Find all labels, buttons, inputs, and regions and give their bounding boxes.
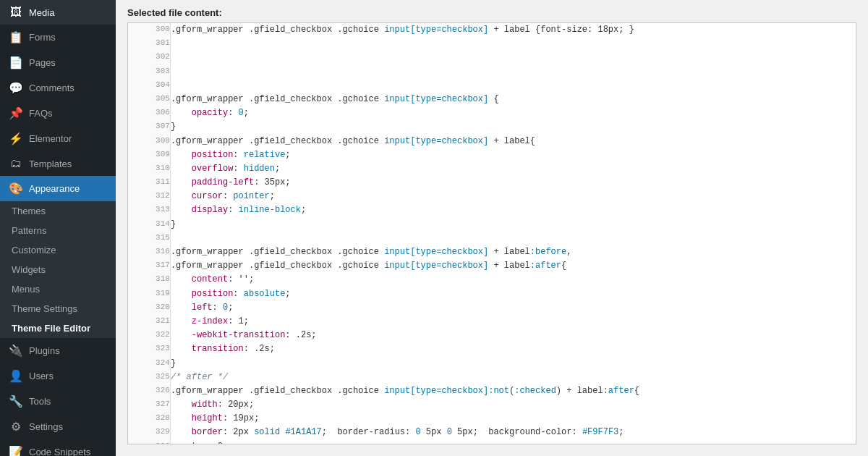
table-row: 302	[128, 51, 856, 64]
forms-icon: 📋	[9, 30, 23, 44]
line-content	[170, 37, 856, 51]
sidebar-item-pages[interactable]: 📄 Pages	[0, 50, 116, 75]
line-content	[170, 51, 856, 64]
sidebar-item-faqs[interactable]: 📌 FAQs	[0, 101, 116, 126]
table-row: 322 -webkit-transition: .2s;	[128, 329, 856, 342]
line-content: .gform_wrapper .gfield_checkbox .gchoice…	[170, 259, 856, 273]
table-row: 300.gform_wrapper .gfield_checkbox .gcho…	[128, 23, 856, 37]
submenu-item-theme-settings[interactable]: Theme Settings	[0, 299, 116, 318]
line-content: .gform_wrapper .gfield_checkbox .gchoice…	[170, 23, 856, 37]
tools-icon: 🔧	[9, 394, 23, 408]
table-row: 325/* after */	[128, 371, 856, 384]
code-editor[interactable]: 300.gform_wrapper .gfield_checkbox .gcho…	[127, 22, 856, 444]
line-content: position: relative;	[170, 148, 856, 162]
line-content: width: 20px;	[170, 398, 856, 412]
appearance-submenu: Themes Patterns Customize Widgets Menus …	[0, 201, 116, 338]
content-header: Selected file content:	[116, 0, 868, 22]
line-content: transition: .2s;	[170, 342, 856, 356]
line-content	[170, 79, 856, 93]
table-row: 330 top: 0px;	[128, 440, 856, 444]
line-content: opacity: 0;	[170, 106, 856, 120]
sidebar-label-media: Media	[29, 7, 54, 18]
submenu-item-customize[interactable]: Customize	[0, 240, 116, 260]
table-row: 307}	[128, 120, 856, 134]
table-row: 303	[128, 65, 856, 79]
users-icon: 👤	[9, 369, 23, 383]
line-content: position: absolute;	[170, 287, 856, 301]
settings-icon: ⚙	[9, 420, 23, 434]
line-number: 326	[128, 384, 170, 398]
sidebar-item-users[interactable]: 👤 Users	[0, 363, 116, 389]
line-content: .gform_wrapper .gfield_checkbox .gchoice…	[170, 93, 856, 106]
line-content: overflow: hidden;	[170, 162, 856, 176]
code-table: 300.gform_wrapper .gfield_checkbox .gcho…	[128, 23, 856, 444]
code-snippets-icon: 📝	[9, 445, 23, 456]
table-row: 318 content: '';	[128, 273, 856, 287]
selected-file-label: Selected file content:	[127, 7, 222, 18]
line-content: }	[170, 357, 856, 371]
sidebar-item-forms[interactable]: 📋 Forms	[0, 25, 116, 50]
sidebar-item-appearance[interactable]: 🎨 Appearance	[0, 176, 116, 201]
table-row: 324}	[128, 357, 856, 371]
table-row: 309 position: relative;	[128, 148, 856, 162]
sidebar-label-tools: Tools	[29, 396, 51, 407]
line-number: 321	[128, 315, 170, 329]
line-number: 328	[128, 412, 170, 426]
sidebar-item-settings[interactable]: ⚙ Settings	[0, 414, 116, 439]
sidebar-label-comments: Comments	[29, 83, 75, 93]
line-number: 310	[128, 162, 170, 176]
submenu-item-menus[interactable]: Menus	[0, 279, 116, 299]
line-content: cursor: pointer;	[170, 190, 856, 203]
table-row: 304	[128, 79, 856, 93]
line-number: 311	[128, 176, 170, 190]
line-content: content: '';	[170, 273, 856, 287]
line-number: 316	[128, 245, 170, 259]
table-row: 301	[128, 37, 856, 51]
sidebar-label-code-snippets: Code Snippets	[29, 447, 90, 456]
table-row: 320 left: 0;	[128, 301, 856, 315]
line-number: 309	[128, 148, 170, 162]
line-number: 330	[128, 440, 170, 444]
table-row: 328 height: 19px;	[128, 412, 856, 426]
line-content	[170, 232, 856, 245]
line-number: 300	[128, 23, 170, 37]
sidebar-item-comments[interactable]: 💬 Comments	[0, 75, 116, 101]
line-number: 322	[128, 329, 170, 342]
table-row: 310 overflow: hidden;	[128, 162, 856, 176]
faqs-icon: 📌	[9, 106, 23, 120]
sidebar-label-appearance: Appearance	[29, 183, 80, 194]
sidebar-item-code-snippets[interactable]: 📝 Code Snippets	[0, 439, 116, 456]
line-number: 325	[128, 371, 170, 384]
submenu-item-widgets[interactable]: Widgets	[0, 260, 116, 279]
sidebar-label-forms: Forms	[29, 32, 56, 43]
line-content: -webkit-transition: .2s;	[170, 329, 856, 342]
submenu-item-themes[interactable]: Themes	[0, 201, 116, 221]
line-number: 306	[128, 106, 170, 120]
appearance-icon: 🎨	[9, 182, 23, 195]
sidebar-item-plugins[interactable]: 🔌 Plugins	[0, 338, 116, 363]
line-number: 313	[128, 203, 170, 217]
line-content: }	[170, 120, 856, 134]
pages-icon: 📄	[9, 56, 23, 69]
line-number: 307	[128, 120, 170, 134]
table-row: 316.gform_wrapper .gfield_checkbox .gcho…	[128, 245, 856, 259]
sidebar-item-media[interactable]: 🖼 Media	[0, 0, 116, 25]
sidebar-label-plugins: Plugins	[29, 345, 60, 356]
plugins-icon: 🔌	[9, 344, 23, 358]
line-number: 308	[128, 135, 170, 148]
line-content: .gform_wrapper .gfield_checkbox .gchoice…	[170, 384, 856, 398]
line-number: 317	[128, 259, 170, 273]
line-number: 301	[128, 37, 170, 51]
submenu-item-theme-file-editor[interactable]: Theme File Editor	[0, 318, 116, 338]
line-content: z-index: 1;	[170, 315, 856, 329]
table-row: 315	[128, 232, 856, 245]
templates-icon: 🗂	[9, 157, 23, 170]
sidebar-item-elementor[interactable]: ⚡ Elementor	[0, 126, 116, 151]
line-content: left: 0;	[170, 301, 856, 315]
line-number: 329	[128, 426, 170, 439]
table-row: 327 width: 20px;	[128, 398, 856, 412]
sidebar-item-tools[interactable]: 🔧 Tools	[0, 389, 116, 414]
elementor-icon: ⚡	[9, 132, 23, 145]
submenu-item-patterns[interactable]: Patterns	[0, 221, 116, 240]
sidebar-item-templates[interactable]: 🗂 Templates	[0, 151, 116, 176]
